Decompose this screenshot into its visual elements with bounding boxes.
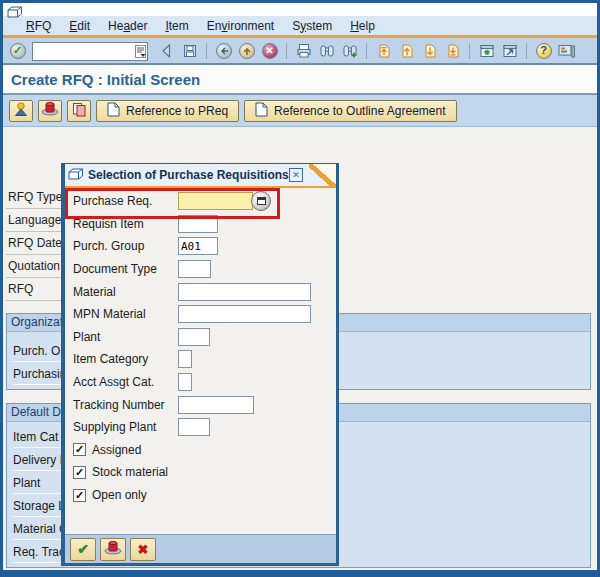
sap-screen-icon[interactable] — [7, 4, 23, 22]
dialog-window-icon — [68, 166, 84, 184]
dialog-footer: ✔✖ — [65, 534, 336, 563]
close-icon[interactable]: ✕ — [289, 168, 303, 182]
find-icon[interactable] — [316, 40, 337, 61]
field-input-tracking-number[interactable] — [178, 396, 254, 414]
first-page-icon[interactable] — [373, 40, 394, 61]
screen-content: RFQ TypeLanguageRFQ DateQuotationRFQOrga… — [3, 127, 597, 570]
selection-dialog: Selection of Purchase Requisitions ✕ Pur… — [61, 163, 339, 566]
menu-item-system[interactable]: System — [283, 18, 341, 34]
page-title: Create RFQ : Initial Screen — [11, 71, 200, 88]
back-arrow-icon[interactable] — [156, 40, 177, 61]
field-input-document-type[interactable] — [178, 260, 211, 278]
field-input-material[interactable] — [178, 283, 311, 301]
help-icon[interactable]: ? — [533, 40, 554, 61]
checkbox-label: Open only — [92, 488, 147, 502]
bg-field-label: Purch. O — [13, 341, 65, 362]
cancel-x-icon: ✖ — [138, 540, 149, 558]
sap-gui-window: RFQEditHeaderItemEnvironmentSystemHelp ✓… — [0, 0, 600, 577]
prev-page-icon[interactable] — [396, 40, 417, 61]
copy-icon-button[interactable] — [67, 100, 91, 122]
dialog-checkbox-row: ✓Open only — [73, 484, 332, 507]
menu-item-edit[interactable]: Edit — [60, 18, 99, 34]
menu-item-environment[interactable]: Environment — [198, 18, 283, 34]
checkbox-open-only[interactable]: ✓ — [73, 489, 86, 502]
field-input-supplying-plant[interactable] — [178, 418, 210, 436]
menu-item-rfq[interactable]: RFQ — [17, 18, 60, 34]
menu-item-item[interactable]: Item — [156, 18, 197, 34]
field-label: Supplying Plant — [73, 420, 178, 434]
toolbar-separator — [206, 43, 207, 59]
field-input-acct-assgt-cat-[interactable] — [178, 373, 192, 391]
dialog-field-row: Tracking Number — [73, 393, 332, 416]
save-icon[interactable] — [179, 40, 200, 61]
field-label: Material — [73, 285, 178, 299]
toolbar-separator — [286, 43, 287, 59]
field-label: Purch. Group — [73, 239, 178, 253]
hat-icon-button[interactable] — [38, 100, 62, 122]
system-toolbar: ✓ ✕? — [3, 38, 597, 65]
bg-field-label: RFQ Type — [6, 187, 61, 209]
field-input-mpn-material[interactable] — [178, 305, 311, 323]
page-title-bar: Create RFQ : Initial Screen — [3, 65, 597, 95]
field-label: Document Type — [73, 262, 178, 276]
hat-icon — [104, 540, 122, 559]
customize-icon[interactable] — [556, 40, 577, 61]
nav-cancel-icon[interactable]: ✕ — [259, 40, 280, 61]
field-label: Purchase Req. — [73, 194, 178, 208]
toolbar-separator — [366, 43, 367, 59]
cancel-button[interactable]: ✖ — [130, 538, 156, 561]
field-label: MPN Material — [73, 307, 178, 321]
command-history-icon[interactable] — [135, 44, 146, 62]
field-input-purch-group[interactable] — [178, 237, 218, 255]
field-input-plant[interactable] — [178, 328, 210, 346]
system-title-strip — [3, 3, 597, 16]
field-label: Requisn Item — [73, 217, 178, 231]
dialog-field-row: Document Type — [73, 258, 332, 281]
bg-field-label: Quotation — [6, 256, 61, 278]
enter-icon[interactable]: ✓ — [7, 40, 28, 61]
menu-item-help[interactable]: Help — [341, 18, 384, 34]
command-input[interactable] — [32, 42, 148, 61]
field-input-requisn-item[interactable] — [178, 215, 218, 233]
button-reference-to-preq[interactable]: Reference to PReq — [96, 100, 239, 122]
next-page-icon[interactable] — [419, 40, 440, 61]
last-page-icon[interactable] — [442, 40, 463, 61]
field-label: Item Category — [73, 352, 178, 366]
confirm-button[interactable]: ✔ — [70, 538, 96, 561]
document-icon — [255, 102, 268, 120]
checkbox-assigned[interactable]: ✓ — [73, 443, 86, 456]
execute-button[interactable] — [100, 538, 126, 561]
bg-field-label: RFQ Date — [6, 233, 61, 255]
checkbox-label: Stock material — [92, 465, 168, 479]
dialog-title-bar[interactable]: Selection of Purchase Requisitions ✕ — [65, 164, 336, 188]
toolbar-separator — [469, 43, 470, 59]
checkbox-stock-material[interactable]: ✓ — [73, 466, 86, 479]
dialog-title: Selection of Purchase Requisitions — [88, 168, 289, 182]
dialog-checkbox-row: ✓Stock material — [73, 461, 332, 484]
matchcode-icon[interactable] — [251, 191, 271, 211]
dialog-body: Purchase Req.Requisn ItemPurch. GroupDoc… — [65, 188, 336, 563]
new-session-icon[interactable] — [476, 40, 497, 61]
copy-icon — [71, 101, 87, 121]
field-input-purchase-req-[interactable] — [178, 192, 253, 210]
hat-icon — [41, 101, 59, 120]
button-label: Reference to Outline Agreement — [274, 104, 445, 118]
shortcut-icon[interactable] — [499, 40, 520, 61]
nav-exit-icon[interactable] — [236, 40, 257, 61]
dialog-corner-decoration — [309, 164, 336, 188]
menu-item-header[interactable]: Header — [99, 18, 156, 34]
dialog-field-row: Item Category — [73, 348, 332, 371]
document-icon — [107, 102, 120, 120]
field-input-item-category[interactable] — [178, 350, 192, 368]
find-next-icon[interactable] — [339, 40, 360, 61]
print-icon[interactable] — [293, 40, 314, 61]
person-icon-button[interactable] — [9, 100, 33, 122]
check-icon: ✔ — [77, 540, 89, 558]
dialog-field-row: MPN Material — [73, 303, 332, 326]
bg-field-label: Req. Trac — [13, 542, 65, 563]
command-field-wrap — [32, 41, 148, 61]
dialog-field-row: Requisn Item — [73, 213, 332, 236]
button-reference-to-outline-agreement[interactable]: Reference to Outline Agreement — [244, 100, 456, 122]
nav-back-icon[interactable] — [213, 40, 234, 61]
toolbar-separator — [526, 43, 527, 59]
